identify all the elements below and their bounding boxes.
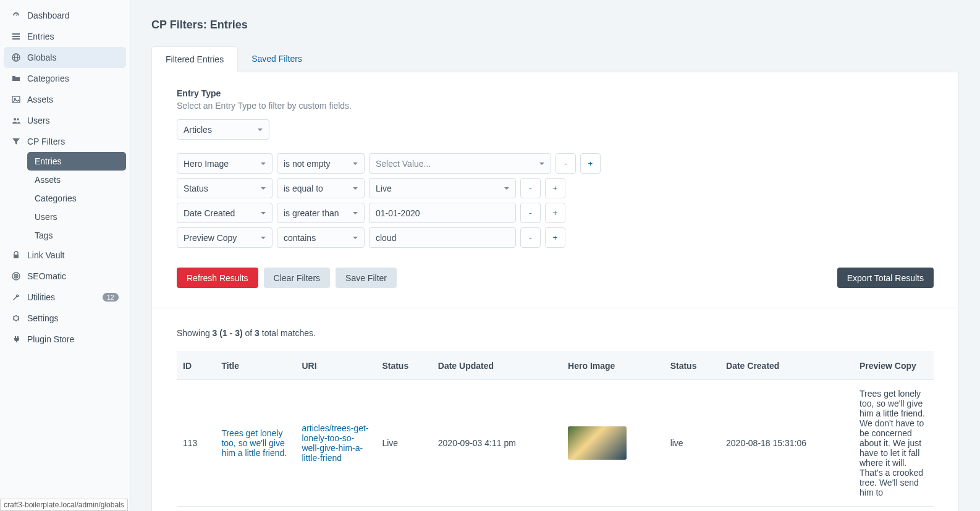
- sidebar-item-label: Link Vault: [27, 250, 64, 260]
- tab-filtered-entries[interactable]: Filtered Entries: [151, 46, 238, 72]
- sidebar-sub-assets[interactable]: Assets: [27, 171, 126, 189]
- cell-title: Trees get lonely too, so we'll give him …: [215, 380, 295, 507]
- svg-rect-0: [12, 33, 20, 35]
- cell-preview-copy: Trees get lonely too, so we'll give him …: [853, 380, 934, 507]
- cell-date-created: 2020-08-18 15:31:06: [720, 380, 853, 507]
- sidebar-item-label: Users: [27, 116, 50, 125]
- sidebar-sub-categories[interactable]: Categories: [27, 189, 126, 208]
- filter-op-select[interactable]: is greater than: [277, 203, 365, 223]
- gear-icon: [11, 313, 21, 323]
- sidebar-item-label: Plugin Store: [27, 334, 74, 344]
- th-status: Status: [376, 352, 431, 380]
- globe-icon: [11, 53, 21, 62]
- list-icon: [11, 32, 21, 41]
- th-id: ID: [177, 352, 215, 380]
- entry-type-desc: Select an Entry Type to filter by custom…: [177, 101, 934, 111]
- uri-link[interactable]: articles/trees-get-lonely-too-so-well-gi…: [302, 423, 368, 463]
- image-icon: [11, 95, 21, 104]
- sidebar-item-users[interactable]: Users: [4, 110, 126, 131]
- sidebar-item-settings[interactable]: Settings: [4, 308, 126, 329]
- sidebar-item-globals[interactable]: Globals: [4, 47, 126, 68]
- filter-remove-button[interactable]: -: [555, 153, 576, 174]
- th-uri: URI: [295, 352, 376, 380]
- filter-add-button[interactable]: +: [580, 153, 601, 174]
- main-content: CP Filters: Entries Filtered Entries Sav…: [130, 0, 980, 511]
- bullseye-icon: [11, 271, 21, 281]
- thumbnail: [568, 426, 627, 460]
- utilities-badge: 12: [103, 293, 119, 302]
- sidebar-item-entries[interactable]: Entries: [4, 26, 126, 47]
- folder-icon: [11, 74, 21, 83]
- filter-row-1: Status is equal to Live - +: [177, 178, 934, 198]
- th-preview-copy: Preview Copy: [853, 352, 934, 380]
- table-row: 113 Trees get lonely too, so we'll give …: [177, 380, 934, 507]
- sidebar-item-assets[interactable]: Assets: [4, 89, 126, 110]
- cell-id: 113: [177, 380, 215, 507]
- wrench-icon: [11, 292, 21, 302]
- refresh-button[interactable]: Refresh Results: [177, 268, 258, 288]
- sidebar-item-categories[interactable]: Categories: [4, 68, 126, 89]
- button-row: Refresh Results Clear Filters Save Filte…: [177, 268, 934, 288]
- sidebar-item-label: SEOmatic: [27, 271, 66, 281]
- lock-icon: [11, 250, 21, 260]
- sidebar-item-label: Dashboard: [27, 11, 70, 20]
- sidebar-item-dashboard[interactable]: Dashboard: [4, 5, 126, 26]
- filter-op-select[interactable]: is not empty: [277, 153, 365, 174]
- filter-add-button[interactable]: +: [545, 227, 565, 248]
- sidebar-item-seomatic[interactable]: SEOmatic: [4, 266, 126, 287]
- svg-rect-2: [12, 38, 20, 40]
- svg-point-8: [17, 118, 19, 120]
- sidebar-item-utilities[interactable]: Utilities 12: [4, 287, 126, 308]
- results-table: ID Title URI Status Date Updated Hero Im…: [177, 352, 934, 507]
- tab-saved-filters[interactable]: Saved Filters: [238, 46, 316, 72]
- filter-value-select[interactable]: Select Value...: [369, 153, 551, 174]
- th-title: Title: [215, 352, 295, 380]
- sidebar-item-label: Categories: [27, 74, 69, 83]
- sidebar-sub-cp-filters: Entries Assets Categories Users Tags: [4, 152, 126, 245]
- sidebar-sub-entries[interactable]: Entries: [27, 152, 126, 171]
- filter-field-select[interactable]: Status: [177, 178, 272, 198]
- svg-point-7: [14, 118, 16, 120]
- cell-status: Live: [376, 380, 431, 507]
- title-link[interactable]: Trees get lonely too, so we'll give him …: [221, 428, 287, 458]
- entry-type-select[interactable]: Articles: [177, 119, 269, 140]
- cell-uri: articles/trees-get-lonely-too-so-well-gi…: [295, 380, 376, 507]
- sidebar-item-label: Assets: [27, 95, 53, 104]
- cell-hero-image: [562, 380, 664, 507]
- filter-field-select[interactable]: Preview Copy: [177, 227, 272, 248]
- sidebar-sub-users[interactable]: Users: [27, 208, 126, 226]
- filter-value-select[interactable]: Live: [369, 178, 516, 198]
- filter-op-select[interactable]: contains: [277, 227, 365, 248]
- th-date-created: Date Created: [720, 352, 853, 380]
- svg-rect-9: [14, 255, 19, 258]
- filter-row-3: Preview Copy contains - +: [177, 227, 934, 248]
- filter-remove-button[interactable]: -: [520, 227, 541, 248]
- clear-button[interactable]: Clear Filters: [264, 268, 330, 288]
- filter-value-input[interactable]: [369, 203, 516, 223]
- sidebar-item-cp-filters[interactable]: CP Filters: [4, 131, 126, 152]
- filter-value-input[interactable]: [369, 227, 516, 248]
- sidebar: Dashboard Entries Globals Categories Ass…: [0, 0, 130, 511]
- export-button[interactable]: Export Total Results: [837, 268, 934, 288]
- cell-status2: live: [664, 380, 720, 507]
- filter-field-select[interactable]: Date Created: [177, 203, 272, 223]
- filter-add-button[interactable]: +: [545, 178, 565, 198]
- filter-remove-button[interactable]: -: [520, 203, 541, 223]
- panel: Entry Type Select an Entry Type to filte…: [151, 72, 959, 511]
- filter-add-button[interactable]: +: [545, 203, 565, 223]
- filter-row-0: Hero Image is not empty Select Value... …: [177, 153, 934, 174]
- th-status2: Status: [664, 352, 720, 380]
- sidebar-item-label: Globals: [27, 53, 56, 62]
- sidebar-item-plugin-store[interactable]: Plugin Store: [4, 329, 126, 350]
- sidebar-item-link-vault[interactable]: Link Vault: [4, 245, 126, 266]
- svg-point-12: [15, 276, 17, 277]
- gauge-icon: [11, 11, 21, 20]
- sidebar-sub-tags[interactable]: Tags: [27, 226, 126, 245]
- status-bar-url: craft3-boilerplate.local/admin/globals: [0, 499, 128, 511]
- th-date-updated: Date Updated: [432, 352, 562, 380]
- filter-op-select[interactable]: is equal to: [277, 178, 365, 198]
- save-button[interactable]: Save Filter: [336, 268, 397, 288]
- filter-row-2: Date Created is greater than - +: [177, 203, 934, 223]
- filter-remove-button[interactable]: -: [520, 178, 541, 198]
- filter-field-select[interactable]: Hero Image: [177, 153, 272, 174]
